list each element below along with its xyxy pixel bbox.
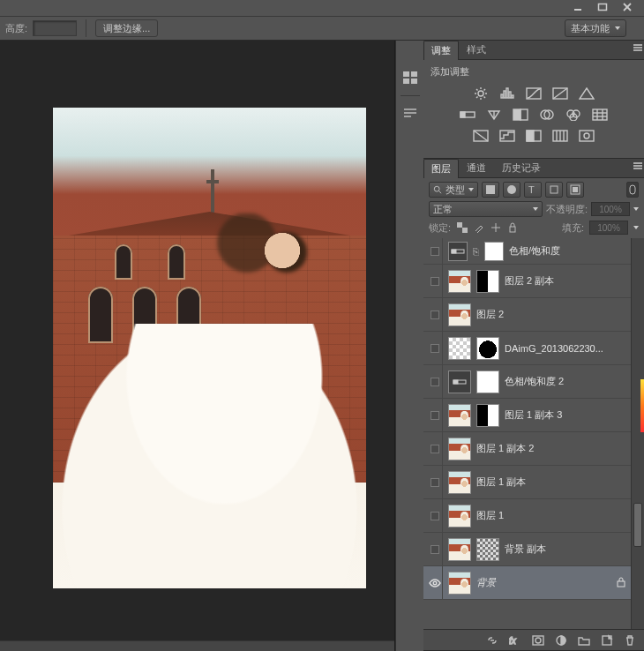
layer-visibility[interactable] — [427, 432, 443, 465]
layer-visibility[interactable] — [427, 566, 443, 599]
document-canvas[interactable] — [53, 108, 366, 588]
color-balance-icon[interactable] — [484, 107, 504, 123]
layer-row[interactable]: ⎘色相/饱和度 — [423, 238, 631, 265]
layer-thumbnail[interactable] — [476, 404, 499, 427]
filter-pixel-icon[interactable] — [482, 182, 499, 198]
lock-position-icon[interactable] — [490, 221, 502, 234]
tab-channels[interactable]: 通道 — [459, 158, 494, 177]
new-layer-icon[interactable] — [600, 633, 614, 647]
layer-thumbnail[interactable] — [448, 303, 471, 326]
tab-styles[interactable]: 样式 — [459, 40, 494, 59]
layer-name[interactable]: 背景 — [476, 576, 611, 589]
tab-layers[interactable]: 图层 — [423, 159, 459, 178]
paragraph-icon[interactable] — [400, 103, 421, 124]
layer-thumbnail[interactable] — [448, 505, 471, 528]
dock-expand-button[interactable] — [406, 44, 415, 58]
vibrance-icon[interactable] — [577, 86, 596, 101]
fill-field[interactable]: 100% — [589, 221, 628, 235]
layer-thumbnail[interactable] — [448, 471, 471, 494]
layer-thumbnail[interactable] — [448, 370, 471, 393]
layer-name[interactable]: 图层 1 副本 3 — [505, 408, 627, 422]
tab-history[interactable]: 历史记录 — [494, 158, 549, 177]
layer-row[interactable]: 图层 1 副本 — [423, 466, 631, 499]
filter-shape-icon[interactable] — [545, 182, 563, 198]
height-field[interactable] — [33, 20, 77, 36]
hue-sat-icon[interactable] — [458, 107, 477, 123]
blend-mode-select[interactable]: 正常 — [429, 201, 543, 217]
delete-layer-icon[interactable] — [623, 633, 637, 647]
chevron-down-icon[interactable] — [633, 207, 639, 211]
layer-visibility[interactable] — [427, 332, 443, 364]
layer-thumbnail[interactable] — [476, 370, 499, 393]
window-minimize-button[interactable] — [566, 0, 589, 14]
layer-thumbnail[interactable] — [448, 270, 471, 293]
layer-name[interactable]: 图层 1 副本 2 — [476, 442, 627, 455]
photo-filter-icon[interactable] — [537, 107, 557, 123]
layer-row[interactable]: 色相/饱和度 2 — [423, 365, 631, 399]
exposure-icon[interactable] — [550, 86, 570, 101]
layer-thumbnail[interactable] — [448, 572, 471, 595]
layer-thumbnail[interactable] — [448, 438, 471, 460]
layer-thumbnail[interactable] — [448, 404, 471, 427]
layer-visibility[interactable] — [427, 238, 443, 264]
layer-thumbnail[interactable] — [448, 538, 471, 561]
layers-vertical-scrollbar[interactable] — [631, 238, 644, 629]
layer-name[interactable]: 图层 1 — [476, 509, 627, 522]
threshold-icon[interactable] — [524, 128, 543, 144]
bw-icon[interactable] — [511, 107, 530, 123]
posterize-icon[interactable] — [498, 128, 517, 144]
filter-toggle[interactable] — [626, 182, 639, 198]
layer-thumbnail[interactable] — [484, 242, 504, 261]
layer-visibility[interactable] — [427, 533, 443, 565]
scrollbar-thumb[interactable] — [633, 503, 642, 547]
layer-row[interactable]: DAimG_2013062230... — [423, 332, 631, 365]
layer-thumbnail[interactable] — [476, 270, 499, 293]
layer-name[interactable]: 色相/饱和度 — [509, 244, 627, 258]
brightness-icon[interactable] — [471, 86, 490, 101]
chevron-down-icon[interactable] — [633, 226, 639, 229]
channel-mixer-icon[interactable] — [564, 107, 583, 123]
workspace-selector[interactable]: 基本功能 — [565, 19, 626, 37]
layer-row[interactable]: 图层 1 副本 3 — [423, 399, 631, 432]
layer-row[interactable]: 图层 1 副本 2 — [423, 432, 631, 466]
layer-row[interactable]: 图层 2 — [423, 298, 631, 332]
selective-color-icon[interactable] — [577, 128, 596, 144]
color-lookup-icon[interactable] — [590, 107, 610, 123]
layer-visibility[interactable] — [427, 499, 443, 532]
layer-visibility[interactable] — [427, 265, 443, 297]
layer-row[interactable]: 背景 副本 — [423, 533, 631, 566]
expand-panels-button[interactable] — [630, 21, 639, 35]
window-maximize-button[interactable] — [591, 0, 614, 14]
tab-adjustments[interactable]: 调整 — [423, 41, 459, 60]
layer-row[interactable]: 背景 — [423, 566, 631, 600]
window-close-button[interactable] — [616, 0, 639, 14]
layer-thumbnail[interactable] — [476, 538, 499, 561]
lock-all-icon[interactable] — [506, 221, 519, 234]
invert-icon[interactable] — [471, 128, 490, 144]
layer-name[interactable]: DAimG_2013062230... — [505, 343, 627, 354]
layers-list[interactable]: ⎘色相/饱和度图层 2 副本图层 2DAimG_2013062230...色相/… — [423, 238, 631, 629]
layer-row[interactable]: 图层 1 — [423, 499, 631, 533]
layer-style-icon[interactable]: fx — [508, 633, 522, 647]
layer-row[interactable]: 图层 2 副本 — [423, 265, 631, 298]
layer-name[interactable]: 背景 副本 — [505, 542, 627, 556]
layer-visibility[interactable] — [427, 298, 443, 331]
layer-name[interactable]: 色相/饱和度 2 — [505, 375, 627, 388]
panel-menu-button[interactable] — [633, 44, 642, 46]
layer-filter-type[interactable]: 类型 — [429, 182, 478, 198]
filter-type-icon[interactable]: T — [524, 182, 542, 198]
link-layers-icon[interactable] — [485, 633, 499, 647]
layer-mask-icon[interactable] — [531, 633, 545, 647]
layer-visibility[interactable] — [427, 466, 443, 498]
lock-transparency-icon[interactable] — [456, 221, 468, 234]
layer-thumbnail[interactable] — [476, 337, 499, 360]
group-icon[interactable] — [577, 633, 591, 647]
refine-edge-button[interactable]: 调整边缘... — [95, 19, 158, 37]
horizontal-scrollbar[interactable] — [0, 640, 394, 651]
layer-name[interactable]: 图层 1 副本 — [476, 475, 627, 489]
adjustment-layer-icon[interactable] — [554, 633, 568, 647]
gradient-map-icon[interactable] — [550, 128, 570, 144]
lock-pixels-icon[interactable] — [473, 221, 485, 234]
filter-smart-icon[interactable] — [566, 182, 584, 198]
filter-adjust-icon[interactable] — [503, 182, 520, 198]
